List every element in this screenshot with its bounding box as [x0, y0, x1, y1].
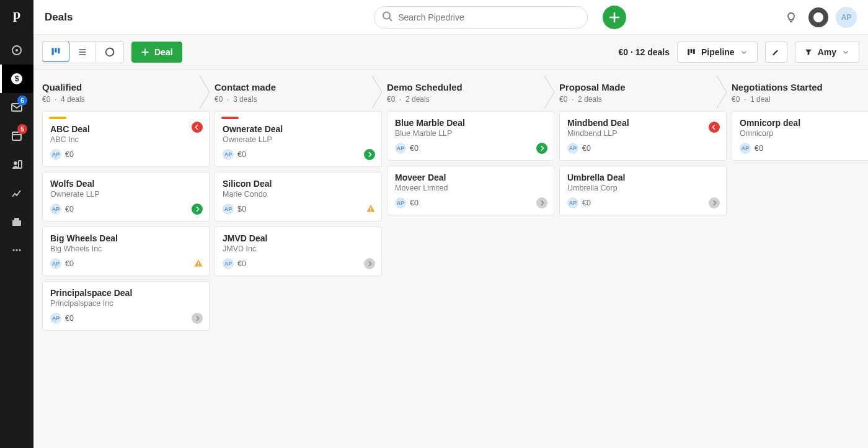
deal-amount: €0 [65, 314, 74, 323]
deal-card[interactable]: ABC Deal ABC Inc AP €0 [42, 111, 210, 167]
stage-header[interactable]: Demo Scheduled €0 · 2 deals [387, 76, 554, 109]
logo[interactable]: p [13, 6, 20, 22]
deal-card[interactable]: Silicon Deal Marie Condo AP $0 [215, 172, 382, 222]
status-none-icon [364, 258, 375, 269]
deal-org: Big Wheels Inc [50, 244, 202, 253]
search-input[interactable] [374, 6, 588, 29]
status-warning-icon [194, 259, 203, 269]
user-filter[interactable]: Amy [795, 42, 859, 63]
nav-more[interactable] [0, 236, 33, 264]
deal-org: Moveer Limited [395, 184, 546, 192]
stage-name: Contact made [215, 82, 373, 92]
deal-org: Ownerate LLP [50, 190, 202, 199]
deal-title: ABC Deal [50, 124, 202, 134]
deal-amount: €0 [410, 144, 418, 153]
stage-cards: Blue Marble Deal Blue Marble LLP AP €0 M… [387, 111, 554, 215]
help-icon[interactable] [808, 7, 828, 27]
edit-pipeline-button[interactable] [765, 42, 787, 63]
stage-header[interactable]: Proposal Made €0 · 2 deals [559, 76, 727, 109]
toolbar: Deal €0 · 12 deals Pipeline Amy [33, 35, 868, 69]
status-none-icon [192, 313, 203, 324]
deal-title: Blue Marble Deal [395, 118, 546, 128]
deal-org: Marie Condo [223, 190, 374, 199]
stage-cards: Ownerate Deal Ownerate LLP AP €0 Silicon… [215, 111, 382, 276]
stage-name: Proposal Made [559, 82, 718, 92]
owner-avatar: AP [223, 204, 234, 215]
calendar-badge: 5 [17, 124, 27, 134]
user-avatar[interactable]: AP [836, 7, 857, 28]
deal-title: Omnicorp deal [740, 118, 868, 128]
stage-header[interactable]: Negotiations Started €0 · 1 deal [732, 76, 868, 109]
add-deal-label: Deal [154, 47, 173, 57]
stage-column: Proposal Made €0 · 2 deals Mindbend Deal… [559, 76, 727, 433]
deal-card[interactable]: JMVD Deal JMVD Inc AP €0 [215, 226, 382, 276]
stage-summary: €0 · 3 deals [215, 95, 373, 104]
chevron-down-icon [841, 46, 850, 58]
deal-title: Big Wheels Deal [50, 233, 202, 243]
add-deal-button[interactable]: Deal [131, 42, 182, 63]
owner-avatar: AP [50, 149, 61, 160]
stage-name: Negotiations Started [732, 82, 868, 92]
quick-add-button[interactable] [603, 6, 626, 29]
stage-name: Demo Scheduled [387, 82, 546, 92]
topbar: Deals AP [33, 0, 868, 35]
deal-org: Umbrella Corp [567, 184, 719, 192]
deal-card[interactable]: Wolfs Deal Ownerate LLP AP €0 [42, 172, 210, 222]
nav-contacts[interactable] [0, 150, 33, 179]
deal-card[interactable]: Blue Marble Deal Blue Marble LLP AP €0 [387, 111, 554, 161]
chevron-down-icon [740, 46, 748, 58]
pipeline-board: Qualified €0 · 4 deals ABC Deal ABC Inc … [33, 69, 868, 448]
deal-card[interactable]: Omnicorp deal Omnicorp AP €0 [732, 111, 868, 161]
stage-cards: Omnicorp deal Omnicorp AP €0 [732, 111, 868, 161]
stage-column: Negotiations Started €0 · 1 deal Omnicor… [732, 76, 868, 433]
pipeline-label: Pipeline [701, 47, 735, 57]
owner-avatar: AP [223, 149, 234, 160]
nav-deals[interactable] [0, 65, 33, 93]
stage-summary: €0 · 1 deal [732, 95, 868, 104]
deal-org: Principalspace Inc [50, 299, 202, 308]
stage-arrow-icon [372, 76, 387, 109]
deal-amount: €0 [237, 259, 246, 268]
view-list[interactable] [69, 42, 96, 63]
pipeline-summary: €0 · 12 deals [618, 47, 670, 57]
deal-title: Wolfs Deal [50, 179, 202, 189]
deal-org: JMVD Inc [223, 244, 374, 253]
view-forecast[interactable] [96, 42, 123, 63]
deal-label-stripe [49, 117, 66, 119]
deal-org: ABC Inc [50, 135, 202, 144]
stage-header[interactable]: Qualified €0 · 4 deals [42, 76, 210, 109]
left-sidebar: p 6 5 [0, 0, 33, 448]
deal-card[interactable]: Mindbend Deal Mindbend LLP AP €0 [559, 111, 727, 161]
stage-name: Qualified [42, 82, 201, 92]
deal-title: Principalspace Deal [50, 288, 202, 298]
search-icon [381, 10, 394, 24]
nav-insights[interactable] [0, 179, 33, 207]
nav-products[interactable] [0, 207, 33, 236]
pipeline-selector[interactable]: Pipeline [677, 42, 758, 63]
deal-title: Mindbend Deal [567, 118, 719, 128]
deal-card[interactable]: Ownerate Deal Ownerate LLP AP €0 [215, 111, 382, 167]
search [374, 6, 588, 29]
nav-mail[interactable]: 6 [0, 93, 33, 122]
assistant-icon[interactable] [781, 7, 801, 27]
stage-header[interactable]: Contact made €0 · 3 deals [215, 76, 382, 109]
status-overdue-icon [709, 122, 720, 133]
user-filter-label: Amy [818, 47, 836, 57]
stage-column: Contact made €0 · 3 deals Ownerate Deal … [215, 76, 382, 433]
nav-calendar[interactable]: 5 [0, 122, 33, 150]
owner-avatar: AP [223, 258, 234, 269]
deal-amount: €0 [65, 259, 74, 268]
deal-card[interactable]: Principalspace Deal Principalspace Inc A… [42, 281, 210, 331]
stage-cards: Mindbend Deal Mindbend LLP AP €0 Umbrell… [559, 111, 727, 215]
owner-avatar: AP [395, 197, 406, 208]
stage-summary: €0 · 4 deals [42, 95, 201, 104]
view-kanban[interactable] [42, 41, 69, 62]
deal-amount: €0 [237, 150, 246, 159]
deal-amount: €0 [65, 150, 74, 159]
deal-card[interactable]: Big Wheels Deal Big Wheels Inc AP €0 [42, 226, 210, 276]
deal-card[interactable]: Moveer Deal Moveer Limited AP €0 [387, 166, 554, 215]
stage-cards: ABC Deal ABC Inc AP €0 Wolfs Deal Ownera… [42, 111, 210, 331]
deal-card[interactable]: Umbrella Deal Umbrella Corp AP €0 [559, 166, 727, 215]
nav-leads[interactable] [0, 36, 33, 65]
stage-arrow-icon [717, 76, 732, 109]
